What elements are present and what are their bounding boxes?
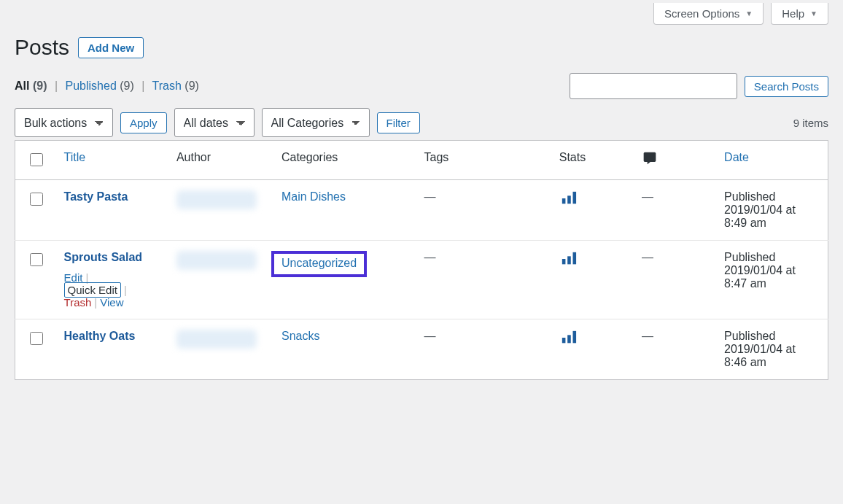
col-date[interactable]: Date [715, 141, 828, 180]
comments-value: — [642, 251, 653, 263]
help-tab[interactable]: Help ▼ [771, 3, 828, 25]
svg-rect-0 [562, 198, 566, 203]
date-cell: Published2019/01/04 at 8:46 am [715, 319, 828, 380]
status-filter-links: All (9) | Published (9) | Trash (9) [15, 80, 199, 93]
apply-button[interactable]: Apply [120, 112, 167, 133]
chevron-down-icon: ▼ [745, 9, 753, 18]
row-actions: Edit|Quick Edit|Trash|View [64, 271, 159, 309]
col-tags: Tags [415, 141, 550, 180]
comment-icon [642, 155, 658, 168]
date-cell: Published2019/01/04 at 8:47 am [715, 241, 828, 319]
svg-rect-1 [567, 195, 571, 203]
category-highlight: Uncategorized [271, 251, 367, 277]
svg-rect-7 [567, 335, 571, 343]
table-row: Healthy OatsSnacks——Published2019/01/04 … [15, 319, 828, 380]
comments-value: — [642, 190, 653, 203]
svg-rect-5 [572, 252, 576, 265]
filter-published[interactable]: Published (9) [66, 80, 134, 92]
svg-rect-4 [567, 256, 571, 264]
chevron-down-icon: ▼ [810, 9, 817, 18]
col-title[interactable]: Title [55, 141, 168, 180]
tags-value: — [424, 330, 435, 342]
filter-trash[interactable]: Trash (9) [152, 80, 199, 92]
row-checkbox[interactable] [30, 193, 43, 206]
category-link[interactable]: Uncategorized [281, 257, 357, 269]
tags-value: — [424, 190, 435, 203]
post-title-link[interactable]: Healthy Oats [64, 330, 136, 342]
post-title-link[interactable]: Tasty Pasta [64, 190, 128, 203]
bulk-actions-select[interactable]: Bulk actions [15, 108, 113, 137]
col-comments [633, 141, 715, 180]
filter-all[interactable]: All (9) [15, 80, 47, 92]
author-redacted [176, 190, 257, 209]
view-link[interactable]: View [100, 296, 123, 309]
screen-options-tab[interactable]: Screen Options ▼ [653, 3, 764, 25]
help-label: Help [782, 7, 804, 20]
quick-edit-link[interactable]: Quick Edit [64, 282, 121, 298]
category-link[interactable]: Snacks [281, 330, 319, 342]
stats-icon[interactable] [559, 336, 578, 348]
dates-select[interactable]: All dates [174, 108, 255, 137]
category-link[interactable]: Main Dishes [281, 190, 346, 203]
trash-link[interactable]: Trash [64, 296, 92, 309]
row-checkbox[interactable] [30, 332, 43, 345]
author-redacted [176, 330, 257, 349]
date-cell: Published2019/01/04 at 8:49 am [715, 180, 828, 241]
categories-select[interactable]: All Categories [262, 108, 370, 137]
col-categories: Categories [273, 141, 416, 180]
screen-options-label: Screen Options [664, 7, 739, 20]
svg-rect-6 [562, 338, 566, 343]
posts-table: Title Author Categories Tags Stats Date … [15, 140, 828, 380]
search-posts-button[interactable]: Search Posts [745, 76, 828, 97]
post-title-link[interactable]: Sprouts Salad [64, 251, 143, 263]
table-row: Sprouts SaladEdit|Quick Edit|Trash|ViewU… [15, 241, 828, 319]
filter-button[interactable]: Filter [377, 112, 420, 133]
items-count: 9 items [793, 117, 828, 129]
col-author: Author [168, 141, 273, 180]
table-row: Tasty PastaMain Dishes——Published2019/01… [15, 180, 828, 241]
search-input[interactable] [570, 73, 737, 99]
col-stats: Stats [551, 141, 633, 180]
svg-rect-8 [572, 331, 576, 344]
svg-rect-2 [572, 192, 576, 204]
page-title: Posts [15, 35, 69, 60]
comments-value: — [642, 330, 653, 342]
row-checkbox[interactable] [30, 253, 43, 266]
add-new-button[interactable]: Add New [78, 37, 144, 58]
svg-rect-3 [562, 259, 566, 264]
stats-icon[interactable] [559, 196, 578, 209]
stats-icon[interactable] [559, 257, 578, 269]
author-redacted [176, 251, 257, 270]
tags-value: — [424, 251, 435, 263]
select-all-checkbox[interactable] [30, 153, 43, 166]
